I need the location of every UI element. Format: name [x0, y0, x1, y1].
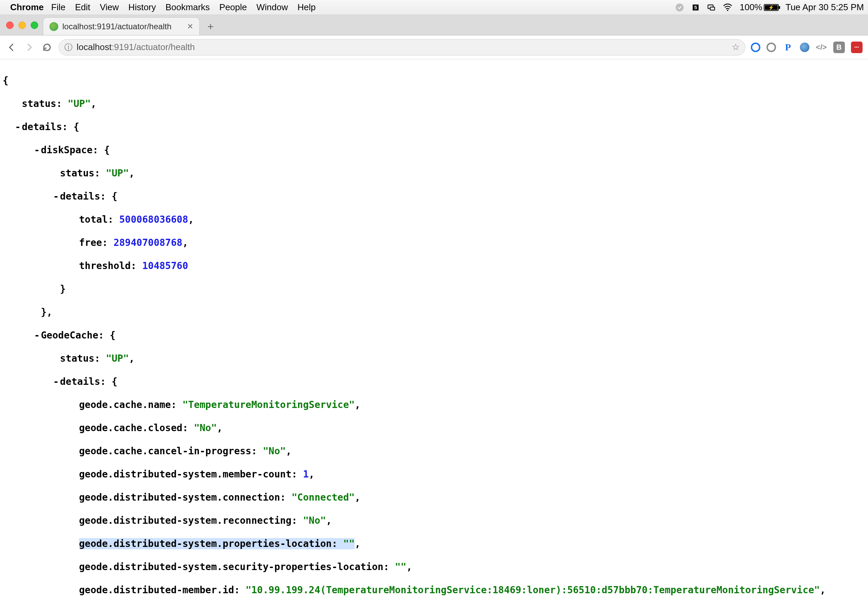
- window-minimize-button[interactable]: [18, 21, 26, 29]
- collapse-toggle[interactable]: -: [15, 121, 22, 133]
- siri-icon[interactable]: [675, 3, 684, 12]
- url-path: :9191/actuator/health: [112, 42, 195, 52]
- json-status: UP: [73, 98, 85, 109]
- json-value: 289407008768: [114, 237, 182, 248]
- svg-rect-3: [710, 7, 715, 10]
- json-viewer: { status: "UP", -details: { -diskSpace: …: [0, 59, 868, 598]
- screen-mirroring-icon[interactable]: [707, 3, 716, 12]
- json-value: 10485760: [142, 260, 188, 271]
- url-text: localhost:9191/actuator/health: [77, 42, 195, 52]
- menu-help[interactable]: Help: [298, 2, 316, 13]
- new-tab-button[interactable]: ＋: [204, 19, 217, 33]
- wifi-icon[interactable]: [723, 3, 733, 12]
- svg-text:5: 5: [694, 4, 697, 10]
- forward-button[interactable]: [23, 41, 36, 54]
- extension-b-icon[interactable]: B: [833, 42, 845, 53]
- extension-lastpass-icon[interactable]: •••: [851, 42, 862, 53]
- collapse-toggle[interactable]: -: [34, 330, 41, 341]
- json-value: No: [268, 446, 280, 457]
- back-button[interactable]: [6, 41, 18, 54]
- battery-percent: 100%: [739, 2, 762, 13]
- reload-button[interactable]: [41, 41, 53, 54]
- chrome-toolbar: ⓘ localhost:9191/actuator/health ☆ P </>…: [0, 36, 868, 59]
- extension-devtools-icon[interactable]: </>: [816, 42, 827, 53]
- address-bar[interactable]: ⓘ localhost:9191/actuator/health ☆: [58, 39, 745, 55]
- menu-bookmarks[interactable]: Bookmarks: [166, 2, 210, 13]
- extension-okta-icon[interactable]: [751, 43, 760, 52]
- window-zoom-button[interactable]: [31, 21, 38, 29]
- menubar-clock[interactable]: Tue Apr 30 5:25 PM: [786, 2, 864, 13]
- url-host: localhost: [77, 42, 112, 52]
- browser-tab[interactable]: localhost:9191/actuator/health ✕: [43, 17, 200, 35]
- window-controls: [6, 21, 38, 29]
- menu-window[interactable]: Window: [256, 2, 288, 13]
- collapse-toggle[interactable]: -: [34, 144, 41, 156]
- extension-circle-icon[interactable]: [766, 43, 776, 52]
- shield-icon[interactable]: 5: [691, 3, 700, 12]
- json-value: 500068036608: [119, 214, 188, 225]
- menu-file[interactable]: File: [51, 2, 66, 13]
- menu-history[interactable]: History: [129, 2, 156, 13]
- json-value: 10.99.199.24(TemperatureMonitoringServic…: [251, 585, 814, 596]
- tab-close-button[interactable]: ✕: [187, 22, 193, 31]
- json-value: UP: [112, 167, 123, 179]
- menu-view[interactable]: View: [100, 2, 119, 13]
- menu-edit[interactable]: Edit: [75, 2, 90, 13]
- json-value: 1: [303, 469, 309, 480]
- window-close-button[interactable]: [6, 21, 13, 29]
- macos-menubar: Chrome File Edit View History Bookmarks …: [0, 0, 868, 15]
- collapse-toggle[interactable]: -: [53, 376, 60, 387]
- svg-point-0: [676, 3, 684, 11]
- battery-status[interactable]: 100% ⚡: [739, 2, 779, 13]
- json-value: TemperatureMonitoringService: [188, 399, 349, 410]
- json-value: UP: [112, 353, 123, 364]
- site-info-icon[interactable]: ⓘ: [64, 42, 73, 53]
- json-value: Connected: [298, 492, 349, 503]
- json-value: No: [309, 515, 320, 526]
- app-menu[interactable]: Chrome: [10, 2, 43, 13]
- collapse-toggle[interactable]: -: [53, 191, 60, 202]
- extension-icons: P </> B •••: [751, 42, 862, 53]
- chrome-tabstrip: localhost:9191/actuator/health ✕ ＋: [0, 15, 868, 36]
- bookmark-star-icon[interactable]: ☆: [732, 42, 739, 52]
- battery-icon: ⚡: [764, 4, 779, 11]
- tab-title: localhost:9191/actuator/health: [62, 22, 183, 31]
- menu-people[interactable]: People: [219, 2, 247, 13]
- extension-pivotal-icon[interactable]: P: [782, 42, 794, 53]
- spring-favicon-icon: [49, 22, 58, 31]
- svg-point-4: [727, 9, 728, 11]
- extension-globe-icon[interactable]: [800, 43, 810, 52]
- json-value: No: [200, 422, 211, 434]
